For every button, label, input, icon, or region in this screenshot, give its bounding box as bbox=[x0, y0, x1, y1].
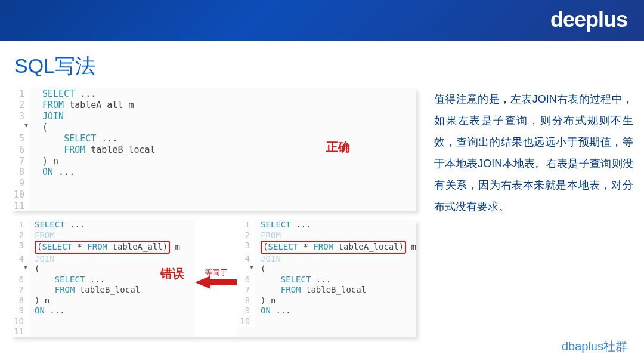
code-line: 7 FROM tableB_local bbox=[11, 285, 195, 296]
gutter-number: 1 bbox=[237, 220, 255, 230]
code-text: SELECT ... bbox=[29, 88, 96, 100]
gutter-number: 7 bbox=[11, 156, 29, 167]
explanation-column: 值得注意的是，左表JOIN右表的过程中，如果左表是子查询，则分布式规则不生效，查… bbox=[434, 88, 633, 337]
code-line: 8ON ... bbox=[11, 167, 416, 178]
code-text bbox=[29, 316, 35, 327]
code-line: 9ON ... bbox=[11, 306, 195, 316]
code-text: FROM tableB_local bbox=[29, 285, 140, 296]
code-line: 4JOIN bbox=[237, 254, 416, 264]
gutter-number: 6 bbox=[11, 144, 29, 156]
slide-title: SQL写法 bbox=[14, 53, 644, 80]
code-line: 9ON ... bbox=[237, 306, 416, 316]
gutter-number: 9 bbox=[11, 306, 29, 316]
code-text bbox=[29, 201, 42, 212]
code-line: 7) n bbox=[11, 156, 416, 167]
code-line: 2FROM bbox=[237, 230, 416, 241]
code-text: FROM tableB_local bbox=[29, 144, 156, 156]
code-text: SELECT ... bbox=[255, 220, 311, 230]
gutter-number: 7 bbox=[237, 285, 255, 296]
code-line: 3JOIN bbox=[11, 111, 416, 122]
code-text: JOIN bbox=[29, 111, 64, 122]
gutter-number bbox=[11, 264, 29, 275]
gutter-number bbox=[11, 122, 29, 133]
code-line: 1SELECT ... bbox=[237, 220, 416, 230]
code-line: ( bbox=[237, 264, 416, 275]
gutter-number: 3 bbox=[237, 241, 255, 254]
code-block-wrong-row: 错误 1SELECT ...2FROM3(SELECT * FROM table… bbox=[11, 220, 416, 337]
gutter-number: 7 bbox=[11, 285, 29, 296]
logo-text: deeplus bbox=[550, 7, 627, 32]
code-text bbox=[29, 178, 42, 189]
code-line: 7 FROM tableB_local bbox=[237, 285, 416, 296]
code-line: 9 bbox=[11, 178, 416, 189]
gutter-number: 6 bbox=[11, 275, 29, 285]
footer-brand: dbaplus社群 bbox=[562, 339, 627, 355]
gutter-number bbox=[237, 264, 255, 275]
code-text: SELECT ... bbox=[255, 275, 331, 285]
code-text: FROM bbox=[29, 230, 55, 241]
gutter-number: 11 bbox=[11, 327, 29, 337]
gutter-number: 2 bbox=[11, 230, 29, 241]
code-line: ( bbox=[11, 122, 416, 133]
code-line: 11 bbox=[11, 201, 416, 212]
gutter-number: 8 bbox=[237, 296, 255, 306]
correct-badge: 正确 bbox=[326, 140, 350, 155]
code-line: 1SELECT ... bbox=[11, 88, 416, 100]
code-text: ON ... bbox=[255, 306, 291, 316]
code-block-correct: 正确 1SELECT ...2FROM tableA_all m3JOIN(5 … bbox=[11, 88, 416, 211]
code-text: ( bbox=[29, 264, 39, 275]
code-line: 10 bbox=[237, 316, 416, 327]
code-text: (SELECT * FROM tableA_local) m bbox=[255, 241, 416, 254]
code-text bbox=[29, 189, 42, 201]
code-line: 6 SELECT ... bbox=[237, 275, 416, 285]
code-line: 4JOIN bbox=[11, 254, 195, 264]
arrow-column: 等同于 bbox=[195, 220, 237, 337]
left-arrow-icon bbox=[195, 275, 237, 290]
gutter-number: 9 bbox=[237, 306, 255, 316]
code-line: 10 bbox=[11, 189, 416, 201]
code-line: 3(SELECT * FROM tableA_local) m bbox=[237, 241, 416, 254]
code-block-wrong-right: 1SELECT ...2FROM3(SELECT * FROM tableA_l… bbox=[237, 220, 416, 337]
code-line: 5 SELECT ... bbox=[11, 133, 416, 144]
gutter-number: 8 bbox=[11, 167, 29, 178]
code-text: ( bbox=[29, 122, 48, 133]
code-block-wrong-left: 错误 1SELECT ...2FROM3(SELECT * FROM table… bbox=[11, 220, 195, 337]
code-text bbox=[255, 316, 261, 327]
code-text: ON ... bbox=[29, 306, 65, 316]
code-text: ON ... bbox=[29, 167, 75, 178]
code-line: 8) n bbox=[11, 296, 195, 306]
code-text: FROM tableB_local bbox=[255, 285, 366, 296]
gutter-number: 10 bbox=[11, 189, 29, 201]
gutter-number: 2 bbox=[237, 230, 255, 241]
code-text: SELECT ... bbox=[29, 275, 105, 285]
code-line: 8) n bbox=[237, 296, 416, 306]
gutter-number: 6 bbox=[237, 275, 255, 285]
gutter-number: 8 bbox=[11, 296, 29, 306]
code-text: FROM tableA_all m bbox=[29, 100, 134, 111]
gutter-number: 4 bbox=[11, 254, 29, 264]
code-text: ( bbox=[255, 264, 265, 275]
code-line: 11 bbox=[11, 327, 195, 337]
code-line: 2FROM tableA_all m bbox=[11, 100, 416, 111]
code-text: FROM bbox=[255, 230, 281, 241]
code-text: ) n bbox=[29, 156, 58, 167]
code-text bbox=[29, 327, 35, 337]
gutter-number: 5 bbox=[11, 133, 29, 144]
code-text: ) n bbox=[255, 296, 275, 306]
code-line: 3(SELECT * FROM tableA_all) m bbox=[11, 241, 195, 254]
header-bar: deeplus bbox=[0, 0, 644, 41]
code-line: 10 bbox=[11, 316, 195, 327]
code-line: 6 FROM tableB_local bbox=[11, 144, 416, 156]
code-line: 2FROM bbox=[11, 230, 195, 241]
gutter-number: 1 bbox=[11, 220, 29, 230]
gutter-number: 3 bbox=[11, 111, 29, 122]
gutter-number: 9 bbox=[11, 178, 29, 189]
code-text: JOIN bbox=[29, 254, 55, 264]
gutter-number: 10 bbox=[237, 316, 255, 327]
gutter-number: 1 bbox=[11, 88, 29, 100]
main-content: 正确 1SELECT ...2FROM tableA_all m3JOIN(5 … bbox=[0, 80, 644, 337]
code-text: SELECT ... bbox=[29, 220, 85, 230]
gutter-number: 4 bbox=[237, 254, 255, 264]
gutter-number: 11 bbox=[11, 201, 29, 212]
code-column: 正确 1SELECT ...2FROM tableA_all m3JOIN(5 … bbox=[11, 88, 416, 337]
